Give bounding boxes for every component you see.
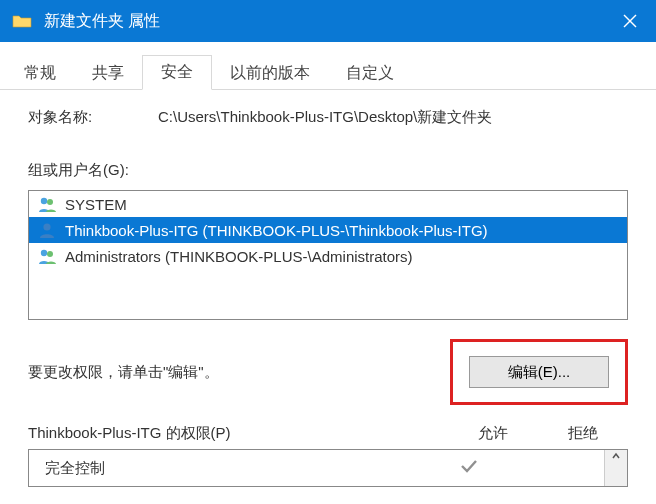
chevron-up-icon [611, 450, 621, 464]
folder-icon [12, 13, 32, 29]
users-icon [37, 247, 59, 265]
list-item[interactable]: SYSTEM [29, 191, 627, 217]
list-item[interactable]: Administrators (THINKBOOK-PLUS-\Administ… [29, 243, 627, 269]
tab-general[interactable]: 常规 [6, 57, 74, 90]
tabstrip: 常规 共享 安全 以前的版本 自定义 [0, 42, 656, 90]
check-icon [459, 458, 479, 474]
object-path: C:\Users\Thinkbook-Plus-ITG\Desktop\新建文件… [158, 108, 628, 127]
tab-share[interactable]: 共享 [74, 57, 142, 90]
users-icon [37, 195, 59, 213]
tab-custom[interactable]: 自定义 [328, 57, 412, 90]
close-icon [623, 14, 637, 28]
group-users-listbox[interactable]: SYSTEM Thinkbook-Plus-ITG (THINKBOOK-PLU… [28, 190, 628, 320]
list-item-label: SYSTEM [65, 196, 127, 213]
tab-security[interactable]: 安全 [142, 55, 212, 90]
svg-point-4 [43, 223, 50, 230]
security-panel: 对象名称: C:\Users\Thinkbook-Plus-ITG\Deskto… [0, 90, 656, 487]
svg-point-2 [41, 198, 47, 204]
permissions-header: Thinkbook-Plus-ITG 的权限(P) 允许 拒绝 [28, 424, 628, 443]
col-deny-header: 拒绝 [538, 424, 628, 443]
list-item[interactable]: Thinkbook-Plus-ITG (THINKBOOK-PLUS-\Thin… [29, 217, 627, 243]
object-row: 对象名称: C:\Users\Thinkbook-Plus-ITG\Deskto… [28, 108, 628, 127]
window-title: 新建文件夹 属性 [44, 11, 604, 32]
permission-name: 完全控制 [45, 459, 424, 478]
col-allow-header: 允许 [448, 424, 538, 443]
edit-button[interactable]: 编辑(E)... [469, 356, 609, 388]
svg-point-6 [47, 251, 53, 257]
user-icon [37, 221, 59, 239]
object-label: 对象名称: [28, 108, 158, 127]
permissions-listbox[interactable]: 完全控制 [28, 449, 628, 487]
list-item-label: Administrators (THINKBOOK-PLUS-\Administ… [65, 248, 413, 265]
edit-hint: 要更改权限，请单击"编辑"。 [28, 363, 450, 382]
group-users-label: 组或用户名(G): [28, 161, 628, 180]
edit-row: 要更改权限，请单击"编辑"。 编辑(E)... [28, 342, 628, 402]
edit-highlight: 编辑(E)... [450, 339, 628, 405]
close-button[interactable] [604, 0, 656, 42]
svg-point-5 [41, 250, 47, 256]
list-item-label: Thinkbook-Plus-ITG (THINKBOOK-PLUS-\Thin… [65, 222, 488, 239]
tab-previous[interactable]: 以前的版本 [212, 57, 328, 90]
permission-allow [424, 458, 514, 479]
permissions-title: Thinkbook-Plus-ITG 的权限(P) [28, 424, 448, 443]
scrollbar[interactable] [604, 450, 627, 486]
titlebar: 新建文件夹 属性 [0, 0, 656, 42]
svg-point-3 [47, 199, 53, 205]
